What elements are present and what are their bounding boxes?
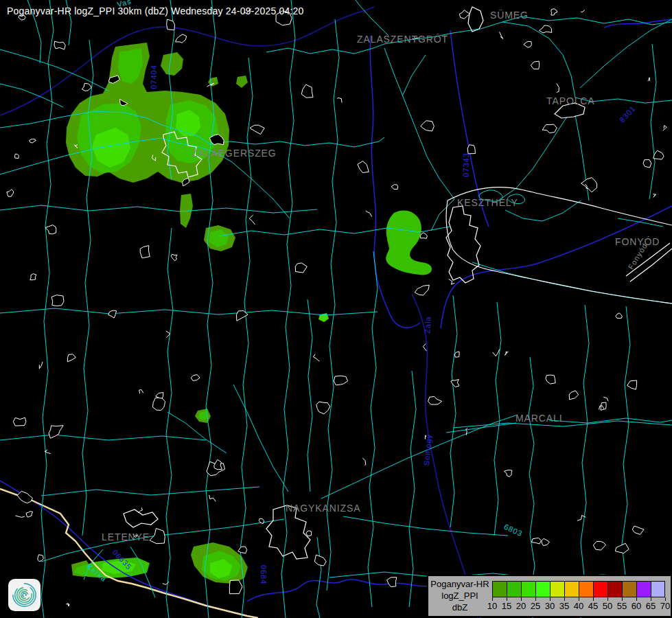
legend-color-cell: [564, 581, 579, 597]
legend-color-scale: [492, 581, 665, 597]
settlement-outline: [616, 313, 622, 319]
settlement-outline: [15, 154, 19, 158]
product-title: Poganyvar-HR logZ_PPI 30km (dbZ) Wednesd…: [7, 5, 304, 16]
settlement-outline: [171, 254, 177, 261]
settlement-mark: [313, 354, 319, 362]
settlement-outline: [314, 555, 326, 566]
settlement-outline: [191, 375, 200, 381]
legend-color-cell: [550, 581, 564, 597]
settlement-outline: [421, 121, 435, 131]
settlement-outline: [150, 528, 165, 543]
legend-tick-label: 40: [574, 601, 583, 611]
settlement-outline: [643, 160, 651, 168]
settlement-outline: [334, 376, 347, 385]
settlement-mark: [249, 215, 255, 225]
legend-color-cell: [593, 581, 607, 597]
legend-tick-label: 35: [559, 601, 569, 611]
settlement-mark: [500, 32, 503, 38]
legend-color-cell: [636, 581, 651, 597]
settlement-mark: [66, 603, 69, 606]
settlement-outline: [601, 402, 606, 410]
settlement-outline: [167, 19, 175, 30]
settlement-outline: [569, 391, 579, 400]
settlement-outline: [176, 34, 187, 43]
legend-title: Poganyvar-HR logZ_PPI dbZ: [428, 578, 491, 613]
settlement-outline: [420, 233, 427, 239]
settlement-mark: [209, 495, 216, 501]
settlement-outline: [540, 25, 552, 33]
legend-unit: dbZ: [428, 602, 491, 613]
settlement-outline: [615, 543, 629, 553]
legend-tick-label: 20: [516, 601, 526, 611]
legend-tick-label: 10: [487, 601, 497, 611]
settlement-outline: [532, 538, 542, 545]
radar-map: [0, 0, 672, 618]
settlement-mark: [653, 194, 656, 198]
settlement-outline: [30, 139, 36, 143]
settlement-outline: [415, 285, 429, 295]
settlement-outline: [451, 380, 459, 387]
settlement-outline: [593, 542, 605, 551]
settlement-outline: [38, 555, 43, 562]
settlement-outline: [250, 125, 264, 134]
settlement-outline: [454, 352, 459, 357]
settlement-outline: [30, 274, 36, 280]
settlement-mark: [337, 98, 342, 103]
legend-product-name: Poganyvar-HR: [428, 578, 491, 590]
settlement-outline: [546, 375, 555, 384]
settlement-outline: [82, 83, 92, 91]
settlement-mark: [366, 211, 372, 217]
settlement-mark: [663, 126, 667, 130]
settlement-outline: [49, 426, 63, 439]
settlement-mark: [581, 10, 584, 12]
settlement-outline: [51, 295, 64, 306]
settlement-outline: [17, 491, 32, 503]
settlement-outline: [531, 61, 539, 69]
settlement-outline: [459, 10, 470, 19]
settlement-outline: [542, 538, 549, 545]
settlement-outline: [229, 580, 242, 594]
legend-tick-label: 50: [603, 601, 612, 611]
settlement-mark: [505, 352, 509, 356]
legend-color-cell: [535, 581, 550, 597]
settlement-outline: [551, 9, 557, 15]
settlement-outline: [542, 124, 557, 133]
legend-tick-label: 65: [646, 601, 656, 611]
settlement-outline: [316, 402, 330, 414]
legend-color-cell: [579, 581, 593, 597]
settlement-mark: [557, 84, 559, 93]
radar-map-stage: Poganyvar-HR logZ_PPI 30km (dbZ) Wednesd…: [0, 0, 672, 618]
settlement-mark: [138, 507, 142, 513]
legend: Poganyvar-HR logZ_PPI dbZ 10152025303540…: [427, 575, 672, 617]
settlement-outline: [156, 393, 163, 399]
legend-color-cell: [492, 581, 507, 597]
legend-tick-label: 70: [660, 601, 670, 611]
settlement-outline: [295, 263, 307, 273]
legend-color-cell: [507, 581, 521, 597]
settlement-outline: [387, 577, 397, 587]
road-layer: [0, 0, 672, 618]
settlement-mark: [648, 78, 650, 81]
settlement-outline: [467, 145, 475, 154]
settlement-outline: [153, 398, 165, 410]
settlement-outline: [13, 417, 26, 426]
met-logo: [8, 579, 40, 611]
settlement-outline: [7, 190, 14, 197]
legend-product-type: logZ_PPI: [428, 590, 491, 602]
settlement-outline: [108, 310, 117, 318]
legend-tick-label: 55: [617, 601, 627, 611]
settlement-mark: [39, 362, 43, 369]
settlement-outline: [214, 459, 222, 470]
settlement-outline: [428, 397, 442, 405]
legend-color-cell: [622, 581, 636, 597]
legend-color-cell: [607, 581, 622, 597]
legend-tick-label: 15: [502, 601, 511, 611]
settlement-outline: [653, 150, 664, 159]
settlement-outline: [581, 178, 597, 192]
legend-tick-label: 45: [588, 601, 598, 611]
settlement-outline: [54, 41, 65, 49]
settlement-mark: [139, 390, 143, 394]
settlement-mark: [133, 534, 139, 538]
settlement-mark: [493, 350, 500, 356]
spiral-icon: [8, 579, 40, 611]
